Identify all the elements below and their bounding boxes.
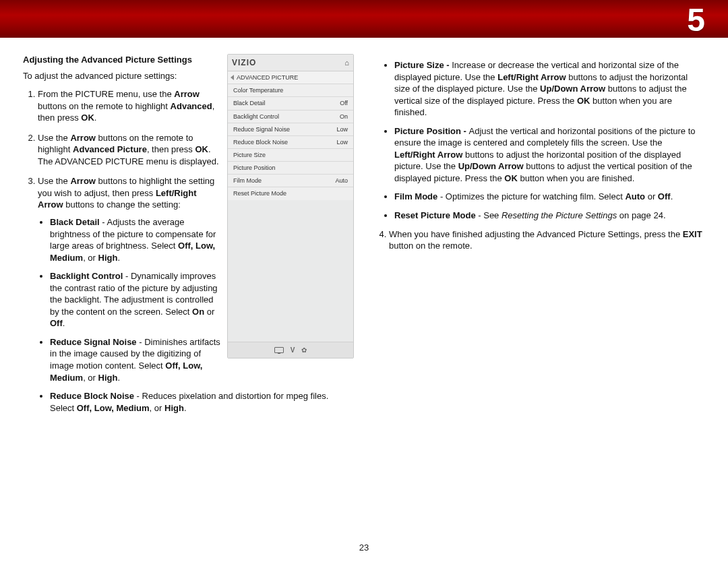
osd-row-value: Low <box>336 138 348 146</box>
text: . <box>117 253 120 263</box>
bullet-reset-picture-mode: Reset Picture Mode - See Resetting the P… <box>394 210 705 222</box>
osd-row-value: Off <box>340 99 348 107</box>
bullet-picture-size: Picture Size - Increase or decrease the … <box>394 59 705 119</box>
text: . <box>63 318 65 328</box>
bold: Off <box>50 318 63 328</box>
osd-row-label: Black Detail <box>233 99 266 107</box>
osd-menu-footer: V ✿ <box>228 342 353 358</box>
chapter-header: 5 <box>0 0 728 38</box>
osd-row-label: Reset Picture Mode <box>233 189 286 197</box>
vizio-logo: VIZIO <box>232 57 256 68</box>
text: , or <box>150 403 164 413</box>
bold: High <box>98 253 118 263</box>
text: From the PICTURE menu, use the <box>38 89 174 99</box>
home-icon: ⌂ <box>344 58 349 68</box>
bold: Advanced <box>171 101 212 111</box>
steps-continued: When you have finished adjusting the Adv… <box>374 228 705 252</box>
bold: Arrow <box>70 133 96 143</box>
text: . <box>117 373 120 383</box>
bold: Picture Position - <box>394 126 469 136</box>
osd-row-label: Film Mode <box>233 177 262 185</box>
osd-row-label: Reduce Block Noise <box>233 138 288 146</box>
osd-row-label: Color Temperature <box>233 86 283 94</box>
osd-row-label: Backlight Control <box>233 113 279 121</box>
osd-menu-row: Reduce Block NoiseLow <box>228 136 353 149</box>
osd-menu-row: Film ModeAuto <box>228 175 353 187</box>
bold: Reduce Block Noise <box>50 391 134 401</box>
bullet-film-mode: Film Mode - Optimizes the picture for wa… <box>394 191 705 203</box>
bold: Backlight Control <box>50 271 123 281</box>
osd-row-label: Picture Position <box>233 164 276 172</box>
osd-menu-breadcrumb: ADVANCED PICTURE <box>228 71 353 84</box>
text: or <box>204 307 214 317</box>
osd-row-label: Reduce Signal Noise <box>233 125 290 133</box>
v-icon: V <box>291 346 295 355</box>
bold: Film Mode <box>394 191 437 201</box>
text: . <box>184 403 187 413</box>
bold: OK <box>195 144 208 154</box>
content: VIZIO ⌂ ADVANCED PICTURE Color Temperatu… <box>23 54 705 535</box>
osd-menu-illustration: VIZIO ⌂ ADVANCED PICTURE Color Temperatu… <box>227 54 354 358</box>
bold: Arrow <box>174 89 200 99</box>
bullet-picture-position: Picture Position - Adjust the vertical a… <box>394 125 705 185</box>
bullet-reduce-block-noise: Reduce Block Noise - Reduces pixelation … <box>50 390 351 414</box>
osd-menu-header: VIZIO ⌂ <box>228 55 353 71</box>
bold: Reset Picture Mode <box>394 210 476 220</box>
osd-row-label: Picture Size <box>233 151 266 159</box>
bold: OK <box>81 113 94 123</box>
osd-menu-row: Color Temperature <box>228 84 353 97</box>
bold: Reduce Signal Noise <box>50 337 137 347</box>
bold: EXIT <box>683 229 702 239</box>
right-column: Picture Size - Increase or decrease the … <box>374 54 705 535</box>
osd-menu-empty <box>228 200 353 342</box>
text: , or <box>83 253 98 263</box>
feature-bullets-right: Picture Size - Increase or decrease the … <box>374 59 705 222</box>
osd-menu-row: Picture Position <box>228 162 353 175</box>
osd-menu-row: Reduce Signal NoiseLow <box>228 123 353 136</box>
text: . <box>94 113 97 123</box>
bold: High <box>98 373 118 383</box>
bold: On <box>192 307 204 317</box>
left-column: VIZIO ⌂ ADVANCED PICTURE Color Temperatu… <box>23 54 354 535</box>
seg-container: - See Resetting the Picture Settings on … <box>476 210 666 220</box>
text: buttons to change the setting: <box>63 199 181 210</box>
osd-menu-list: Color Temperature Black DetailOff Backli… <box>228 84 353 199</box>
text: Use the <box>38 133 70 143</box>
osd-menu-title: ADVANCED PICTURE <box>237 73 298 82</box>
osd-row-value: On <box>340 113 348 121</box>
osd-menu-row: Black DetailOff <box>228 97 353 110</box>
osd-menu-row: Reset Picture Mode <box>228 187 353 199</box>
page-number: 23 <box>359 542 369 553</box>
text: When you have finished adjusting the Adv… <box>389 229 683 239</box>
osd-menu-row: Backlight ControlOn <box>228 111 353 123</box>
bold: High <box>164 403 184 413</box>
osd-row-value: Auto <box>335 177 348 185</box>
text: buttons on the remote to highlight <box>38 101 171 111</box>
step-4: When you have finished adjusting the Adv… <box>389 228 705 252</box>
text: , then press <box>147 144 195 154</box>
osd-row-value: Low <box>336 125 348 133</box>
back-icon <box>231 75 234 80</box>
tv-icon <box>274 346 284 355</box>
bold: Arrow <box>70 176 96 186</box>
bold: Advanced Picture <box>73 144 147 154</box>
chapter-number: 5 <box>687 4 705 36</box>
text: , or <box>83 373 98 383</box>
bold: Picture Size - <box>394 60 452 70</box>
bold: Black Detail <box>50 217 100 227</box>
bold: Off, Low, Medium <box>77 403 150 413</box>
header-gradient <box>0 0 728 38</box>
text: button on the remote. <box>389 241 473 251</box>
settings-icon: ✿ <box>301 346 307 355</box>
osd-menu-row: Picture Size <box>228 149 353 162</box>
seg-container: - Optimizes the picture for watching fil… <box>437 191 673 201</box>
text: Use the <box>38 176 70 186</box>
